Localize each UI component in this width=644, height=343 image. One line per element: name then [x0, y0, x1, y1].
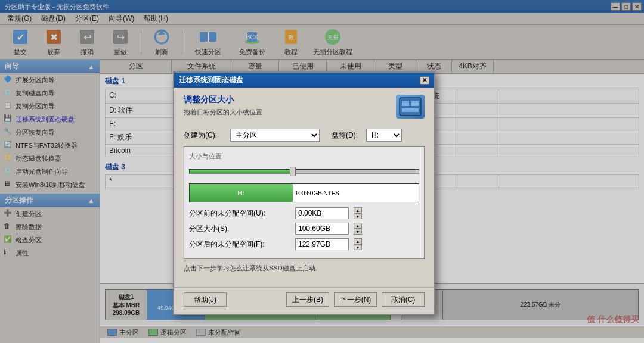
disk-preview: H: 100.60GB NTFS [189, 183, 419, 202]
slider-fill [190, 170, 293, 173]
size-label: 分区大小(S): [189, 224, 290, 234]
create-select[interactable]: 主分区 [230, 129, 320, 142]
size-group-title: 大小与位置 [189, 152, 419, 161]
create-label: 创建为(C): [184, 130, 225, 141]
dialog-ssd-icon [396, 95, 425, 119]
size-spin-up[interactable]: ▲ [354, 223, 362, 229]
after-spinner: ▲ ▼ [354, 238, 362, 250]
svg-rect-20 [402, 101, 409, 106]
help-button[interactable]: 帮助(J) [184, 292, 227, 307]
cancel-button[interactable]: 取消(C) [382, 292, 425, 307]
create-drive-row: 创建为(C): 主分区 盘符(D): H: [184, 129, 425, 142]
before-space-row: 分区前的未分配空间(U): ▲ ▼ [189, 207, 419, 219]
svg-rect-21 [411, 101, 419, 106]
slider-container [189, 164, 419, 179]
slider-thumb[interactable] [290, 167, 296, 176]
slider-track [189, 169, 419, 174]
disk-name: H: [238, 189, 245, 197]
dialog-title: 迁移系统到固态磁盘 [179, 75, 243, 85]
prev-button[interactable]: 上一步(B) [286, 292, 329, 307]
dialog-overlay: 迁移系统到固态磁盘 ✕ 调整分区大小 拖着目标分区的大小或位置 [0, 0, 644, 343]
svg-rect-19 [400, 98, 421, 116]
before-label: 分区前的未分配空间(U): [189, 208, 290, 219]
dialog-footer: 帮助(J) 上一步(B) 下一步(N) 取消(C) [174, 287, 434, 314]
after-label: 分区后的未分配空间(F): [189, 239, 290, 250]
after-space-row: 分区后的未分配空间(F): ▲ ▼ [189, 238, 419, 250]
dialog-heading: 调整分区大小 [184, 95, 262, 105]
drive-label: 盘符(D): [332, 130, 361, 141]
after-spin-up[interactable]: ▲ [354, 238, 362, 244]
size-group: 大小与位置 H: 100.60GB NTFS 分区 [184, 146, 425, 259]
disk-info: 100.60GB NTFS [293, 190, 342, 197]
size-spinner: ▲ ▼ [354, 223, 362, 235]
dialog-body: 调整分区大小 拖着目标分区的大小或位置 创建为(C): 主分区 [174, 88, 434, 287]
dialog-info-text: 点击下一步学习怎么让系统从SSD磁盘上启动. [184, 264, 425, 273]
after-spin-down[interactable]: ▼ [354, 244, 362, 250]
next-button[interactable]: 下一步(N) [334, 292, 377, 307]
svg-rect-22 [402, 108, 419, 112]
before-spin-down[interactable]: ▼ [354, 213, 362, 219]
size-input[interactable] [295, 223, 349, 235]
size-spin-down[interactable]: ▼ [354, 229, 362, 235]
dialog-close-button[interactable]: ✕ [420, 76, 429, 85]
migrate-dialog: 迁移系统到固态磁盘 ✕ 调整分区大小 拖着目标分区的大小或位置 [173, 71, 435, 315]
before-input[interactable] [295, 207, 349, 219]
before-spin-up[interactable]: ▲ [354, 207, 362, 213]
disk-preview-fill: H: [190, 184, 293, 202]
dialog-title-bar: 迁移系统到固态磁盘 ✕ [174, 73, 434, 88]
dialog-subtext: 拖着目标分区的大小或位置 [184, 108, 262, 117]
size-row: 分区大小(S): ▲ ▼ [189, 223, 419, 235]
before-spinner: ▲ ▼ [354, 207, 362, 219]
after-input[interactable] [295, 238, 349, 250]
drive-select[interactable]: H: [366, 129, 402, 142]
